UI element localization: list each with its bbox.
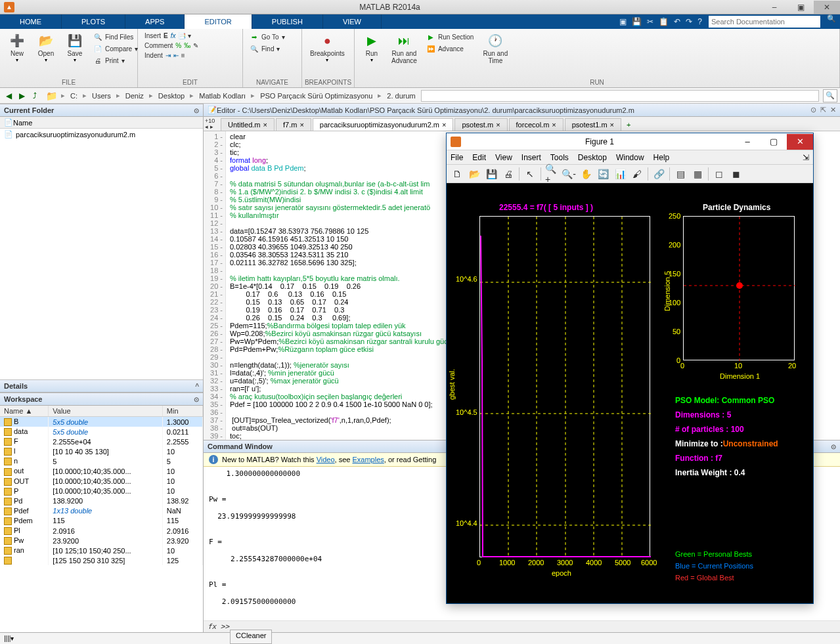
- file-item[interactable]: 📄parcaciksuruoptimizasyonudurum2.m: [0, 129, 203, 140]
- menu-help[interactable]: Help: [653, 153, 670, 162]
- menu-dock-icon[interactable]: ⇲: [803, 153, 809, 162]
- workspace-row[interactable]: Pd138.9200138.92: [0, 496, 203, 506]
- new-button[interactable]: ➕New▾: [4, 32, 30, 64]
- tab-home[interactable]: HOME: [0, 14, 62, 29]
- workspace-row[interactable]: B5x5 double1.3000: [0, 417, 203, 427]
- chevron-up-icon[interactable]: ^: [195, 383, 199, 390]
- add-tab-button[interactable]: +: [623, 119, 634, 131]
- editor-close-icon[interactable]: ✕: [830, 106, 836, 114]
- menu-file[interactable]: File: [451, 153, 463, 162]
- save-fig-icon[interactable]: 💾: [485, 167, 498, 181]
- run-time-button[interactable]: 🕐Run and Time: [479, 32, 512, 66]
- close-button[interactable]: ✕: [814, 1, 840, 14]
- pan-icon[interactable]: ✋: [579, 167, 592, 181]
- nav-up-icon[interactable]: ⤴: [29, 90, 41, 102]
- print-fig-icon[interactable]: 🖨: [502, 167, 515, 181]
- show-tools-icon[interactable]: ◼: [730, 167, 743, 181]
- qat-icon[interactable]: 💾: [632, 17, 642, 26]
- goto-button[interactable]: ➡Go To ▾: [247, 32, 288, 42]
- tab-close-icon[interactable]: ×: [299, 121, 303, 129]
- maximize-button[interactable]: ▣: [787, 1, 814, 14]
- examples-link[interactable]: Examples: [353, 456, 384, 463]
- run-button[interactable]: ▶Run▾: [359, 32, 385, 64]
- brush-icon[interactable]: 🖌: [630, 167, 644, 181]
- qat-icon[interactable]: ▣: [619, 17, 627, 26]
- indent-button[interactable]: Indent ⇥ ⇤ ≡: [142, 51, 201, 60]
- tab-editor[interactable]: EDITOR: [185, 14, 252, 29]
- workspace-row[interactable]: [125 150 250 310 325]125: [0, 555, 203, 565]
- figure-plot-area[interactable]: 22555.4 = f7( [ 5 inputs ] ) 10^4.6 10^4…: [447, 183, 813, 603]
- open-button[interactable]: 📂Open▾: [33, 32, 59, 64]
- advance-button[interactable]: ⏩Advance: [424, 43, 476, 54]
- crumb[interactable]: Matlab Kodları: [198, 92, 247, 100]
- workspace-row[interactable]: Pw23.920023.920: [0, 536, 203, 546]
- workspace-row[interactable]: OUT[10.0000;10;40;35.000...10: [0, 477, 203, 486]
- workspace-row[interactable]: P[10.0000;10;40;35.000...10: [0, 486, 203, 496]
- tab-close-icon[interactable]: ×: [496, 121, 500, 129]
- ws-col-min[interactable]: Min: [162, 406, 202, 417]
- workspace-row[interactable]: ran[10 125;10 150;40 250...10: [0, 546, 203, 555]
- fig-close-button[interactable]: ✕: [787, 134, 813, 150]
- editor-undock-icon[interactable]: ⇱: [820, 106, 826, 114]
- findfiles-button[interactable]: 🔍Find Files: [91, 32, 141, 42]
- workspace-row[interactable]: Pdef1x13 doubleNaN: [0, 506, 203, 516]
- run-section-button[interactable]: ▶Run Section: [424, 32, 476, 42]
- new-fig-icon[interactable]: 🗋: [451, 167, 464, 181]
- workspace-row[interactable]: out[10.0000;10;40;35.000...10: [0, 466, 203, 476]
- breakpoints-button[interactable]: ●Breakpoints▾: [306, 32, 349, 64]
- menu-tools[interactable]: Tools: [550, 153, 569, 162]
- panel-dropdown-icon[interactable]: ⊙: [194, 107, 199, 114]
- tab-close-icon[interactable]: ×: [263, 121, 267, 129]
- menu-edit[interactable]: Edit: [472, 153, 486, 162]
- crumb[interactable]: Deniz: [124, 92, 145, 100]
- folder-icon[interactable]: 📁: [46, 91, 57, 101]
- tab-view[interactable]: VIEW: [323, 14, 382, 29]
- minimize-button[interactable]: –: [761, 1, 787, 14]
- tab-close-icon[interactable]: ×: [552, 121, 556, 129]
- workspace-row[interactable]: Pdem115115: [0, 516, 203, 526]
- path-search-icon[interactable]: 🔍: [823, 89, 837, 102]
- tab-close-icon[interactable]: ×: [442, 121, 446, 129]
- panel-dropdown-icon[interactable]: ⊙: [194, 396, 199, 403]
- editor-dropdown-icon[interactable]: ⊙: [810, 106, 816, 114]
- crumb[interactable]: C:: [69, 92, 79, 100]
- rotate-icon[interactable]: 🔄: [596, 167, 609, 181]
- qat-icon[interactable]: ↶: [674, 17, 680, 26]
- file-tab[interactable]: psotest1.m ×: [565, 118, 621, 131]
- tab-plots[interactable]: PLOTS: [62, 14, 125, 29]
- compare-button[interactable]: 📄Compare ▾: [91, 43, 141, 54]
- doc-search-input[interactable]: [709, 16, 820, 28]
- menu-desktop[interactable]: Desktop: [578, 153, 607, 162]
- print-button[interactable]: 🖨Print ▾: [91, 55, 141, 66]
- nav-back-icon[interactable]: ◀: [3, 90, 14, 102]
- menu-insert[interactable]: Insert: [521, 153, 541, 162]
- nav-fwd-icon[interactable]: ▶: [16, 90, 28, 102]
- comment-button[interactable]: Comment % ‰ ✎: [142, 41, 201, 50]
- file-tab[interactable]: psotest.m ×: [454, 118, 507, 131]
- search-icon[interactable]: 🔍: [823, 14, 840, 29]
- run-advance-button[interactable]: ⏭Run and Advance: [387, 32, 421, 66]
- ws-col-value[interactable]: Value: [49, 406, 163, 417]
- crumb[interactable]: PSO Parçacık Sürü Optimizasyonu: [259, 92, 374, 100]
- open-fig-icon[interactable]: 📂: [468, 167, 481, 181]
- qat-icon[interactable]: 📋: [659, 17, 669, 26]
- insert-button[interactable]: Insert E fx 📑 ▾: [142, 32, 201, 40]
- workspace-row[interactable]: n55: [0, 456, 203, 466]
- fig-maximize-button[interactable]: ▢: [761, 134, 787, 150]
- workspace-row[interactable]: F2.2555e+042.2555: [0, 437, 203, 446]
- workspace-row[interactable]: Pl2.09162.0916: [0, 526, 203, 536]
- tab-close-icon[interactable]: ×: [610, 121, 614, 129]
- pointer-icon[interactable]: ↖: [523, 167, 537, 181]
- datacursor-icon[interactable]: 📊: [613, 167, 627, 181]
- zoomout-icon[interactable]: 🔍-: [562, 167, 575, 181]
- hide-tools-icon[interactable]: ◻: [713, 167, 726, 181]
- qat-icon[interactable]: ?: [697, 17, 702, 26]
- file-tab[interactable]: Untitled.m ×: [221, 118, 275, 131]
- crumb[interactable]: 2. durum: [386, 92, 416, 100]
- crumb[interactable]: Users: [91, 92, 112, 100]
- zoomin-icon[interactable]: 🔍+: [545, 167, 558, 181]
- qat-icon[interactable]: ✂: [647, 17, 653, 26]
- fig-minimize-button[interactable]: –: [734, 134, 761, 150]
- taskbar-button[interactable]: CCleaner: [230, 630, 272, 644]
- link-icon-1[interactable]: 🔗: [652, 167, 665, 181]
